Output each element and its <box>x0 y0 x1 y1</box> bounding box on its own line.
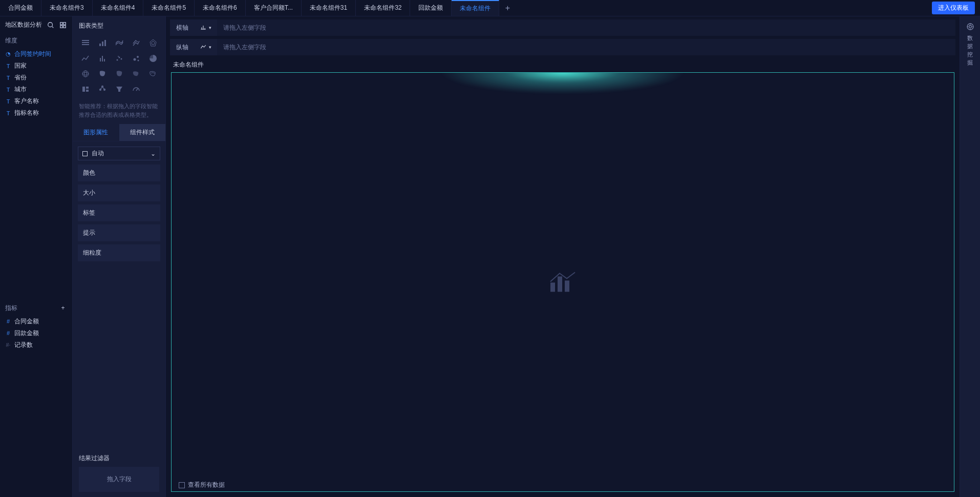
chevron-down-icon: ▾ <box>209 25 211 30</box>
fields-sidebar: 地区数据分析 维度 ◔ 合同签约时间 T 国家 T 省份 <box>0 16 73 497</box>
tab-item[interactable]: 未命名组件6 <box>195 0 246 16</box>
tab-item[interactable]: 合同金额 <box>0 0 41 16</box>
field-item[interactable]: # 回款金额 <box>0 327 72 339</box>
svg-rect-9 <box>99 44 101 46</box>
tab-item[interactable]: 回款金额 <box>410 0 452 16</box>
svg-point-19 <box>120 58 122 60</box>
svg-rect-4 <box>60 25 62 27</box>
svg-point-44 <box>969 26 971 28</box>
field-label: 回款金额 <box>14 329 39 338</box>
property-label: 细粒度 <box>83 249 101 256</box>
chart-type-stacked-area-icon[interactable] <box>113 37 125 49</box>
chart-type-line-icon[interactable] <box>79 53 92 64</box>
tab-item[interactable]: 未命名组件4 <box>93 0 144 16</box>
field-label: 城市 <box>14 85 27 94</box>
field-label: 指标名称 <box>14 109 39 117</box>
tab-graphic-properties[interactable]: 图形属性 <box>73 124 119 141</box>
add-measure-button[interactable]: + <box>59 304 67 312</box>
chart-type-bar-icon[interactable] <box>96 37 109 49</box>
enter-dashboard-button[interactable]: 进入仪表板 <box>932 2 975 14</box>
field-item[interactable]: T 指标名称 <box>0 107 72 119</box>
view-all-data-checkbox[interactable]: 查看所有数据 <box>179 481 225 489</box>
chart-type-map-icon[interactable] <box>96 68 109 79</box>
x-axis-type-button[interactable]: ▾ <box>195 24 215 31</box>
chart-canvas[interactable]: 查看所有数据 <box>171 72 954 492</box>
property-size[interactable]: 大小 <box>78 184 160 201</box>
svg-line-36 <box>136 89 138 91</box>
add-tab-button[interactable]: + <box>499 4 516 13</box>
svg-marker-13 <box>152 41 155 45</box>
chart-type-column-icon[interactable] <box>96 53 109 64</box>
right-rail[interactable]: 数据挖掘 <box>960 16 980 497</box>
svg-point-20 <box>118 56 119 57</box>
chart-type-more-icon[interactable] <box>146 84 159 95</box>
checkbox-icon <box>179 482 185 488</box>
property-label[interactable]: 标签 <box>78 204 160 221</box>
tab-item[interactable]: 未命名组件3 <box>41 0 93 16</box>
tab-item[interactable]: 未命名组件31 <box>302 0 356 16</box>
svg-rect-3 <box>63 22 66 24</box>
config-sub-tabs: 图形属性 组件样式 <box>73 124 165 141</box>
number-type-icon: # <box>5 330 11 336</box>
chart-type-heatmap-icon[interactable] <box>113 68 125 79</box>
tab-item[interactable]: 未命名组件32 <box>356 0 410 16</box>
chart-type-kpi-icon[interactable] <box>79 84 92 95</box>
chart-type-bubble-icon[interactable] <box>130 53 142 64</box>
x-axis-drop-zone[interactable]: 请拖入左侧字段 <box>217 19 955 36</box>
x-axis-row: 横轴 ▾ 请拖入左侧字段 <box>170 19 955 36</box>
field-item[interactable]: #· 记录数 <box>0 339 72 351</box>
field-item[interactable]: T 国家 <box>0 60 72 72</box>
field-label: 省份 <box>14 73 27 82</box>
tab-label: 客户合同额T... <box>254 4 293 12</box>
filter-drop-zone[interactable]: 拖入字段 <box>79 467 159 492</box>
chevron-down-icon: ▾ <box>209 45 211 50</box>
field-item[interactable]: T 客户名称 <box>0 95 72 107</box>
tab-item[interactable]: 未命名组件5 <box>143 0 195 16</box>
checkbox-label: 查看所有数据 <box>188 481 225 489</box>
smart-hint-text: 智能推荐：根据拖入的字段智能推荐合适的图表或表格类型。 <box>73 100 165 124</box>
chart-type-flow-map-icon[interactable] <box>146 68 159 79</box>
field-item[interactable]: T 省份 <box>0 72 72 84</box>
svg-point-24 <box>82 71 89 77</box>
chart-type-pie-icon[interactable] <box>146 53 159 64</box>
property-label: 标签 <box>83 209 95 216</box>
y-axis-label: 纵轴 <box>170 43 195 52</box>
mark-type-select[interactable]: 自动 ⌄ <box>78 147 160 160</box>
chart-type-table-icon[interactable] <box>79 37 92 49</box>
svg-rect-16 <box>104 59 105 61</box>
field-label: 客户名称 <box>14 97 39 106</box>
chart-title[interactable]: 未命名组件 <box>166 55 960 72</box>
y-axis-type-button[interactable]: ▾ <box>195 44 215 51</box>
tab-item[interactable]: 客户合同额T... <box>246 0 302 16</box>
chart-type-region-icon[interactable] <box>130 68 142 79</box>
table-icon[interactable] <box>59 21 67 29</box>
field-item[interactable]: T 城市 <box>0 84 72 95</box>
measures-header: 指标 + <box>0 301 72 316</box>
tab-item-active[interactable]: 未命名组件 <box>452 0 499 16</box>
svg-point-17 <box>116 59 118 61</box>
property-granularity[interactable]: 细粒度 <box>78 244 160 261</box>
tab-label: 未命名组件 <box>460 4 491 13</box>
chart-type-radar-icon[interactable] <box>146 37 159 49</box>
chart-type-scatter-icon[interactable] <box>113 53 125 64</box>
number-type-icon: # <box>5 318 11 324</box>
property-tooltip[interactable]: 提示 <box>78 224 160 241</box>
chart-type-globe-icon[interactable] <box>79 68 92 79</box>
tab-component-style[interactable]: 组件样式 <box>119 124 166 141</box>
dimensions-header: 维度 <box>0 33 72 48</box>
y-axis-drop-zone[interactable]: 请拖入左侧字段 <box>217 39 955 55</box>
svg-line-34 <box>102 87 104 89</box>
svg-rect-28 <box>86 87 89 89</box>
field-item[interactable]: ◔ 合同签约时间 <box>0 48 72 60</box>
top-tabs-bar: 合同金额 未命名组件3 未命名组件4 未命名组件5 未命名组件6 客户合同额T.… <box>0 0 980 16</box>
field-item[interactable]: # 合同金额 <box>0 316 72 327</box>
chart-type-gauge-icon[interactable] <box>130 84 142 95</box>
chart-type-compare-icon[interactable] <box>130 37 142 49</box>
search-icon[interactable] <box>47 21 55 29</box>
chart-type-funnel-icon[interactable] <box>113 84 125 95</box>
chart-type-tree-icon[interactable] <box>96 84 109 95</box>
text-type-icon: T <box>5 75 11 81</box>
svg-marker-12 <box>150 39 156 46</box>
property-color[interactable]: 颜色 <box>78 164 160 181</box>
property-label: 颜色 <box>83 169 95 176</box>
